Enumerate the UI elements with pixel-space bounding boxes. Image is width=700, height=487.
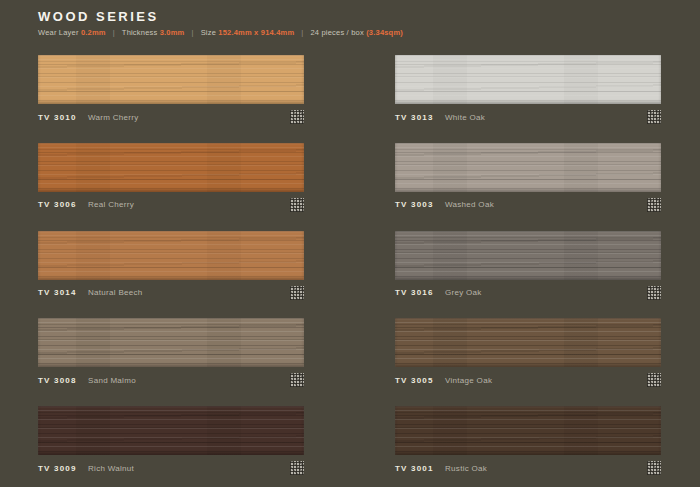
product-code: TV 3006: [38, 200, 88, 209]
spec-segment: Size 152.4mm x 914.4mm: [201, 28, 295, 37]
product-card: TV 3005 Vintage Oak: [395, 318, 661, 406]
page-header: WOOD SERIES Wear Layer 0.2mm|Thickness 3…: [38, 9, 403, 37]
product-card: TV 3014 Natural Beech: [38, 231, 304, 319]
product-card: TV 3009 Rich Walnut: [38, 406, 304, 487]
product-meta: TV 3008 Sand Malmo: [38, 373, 304, 387]
product-name: Warm Cherry: [88, 113, 139, 122]
product-name: White Oak: [445, 113, 485, 122]
wood-grain-texture: [38, 143, 304, 192]
product-code: TV 3003: [395, 200, 445, 209]
wood-grain-texture: [395, 318, 661, 367]
qr-code-icon: [647, 373, 661, 387]
wood-swatch: [38, 55, 304, 104]
product-card: TV 3010 Warm Cherry: [38, 55, 304, 143]
product-code: TV 3010: [38, 113, 88, 122]
spec-label: Wear Layer: [38, 28, 81, 37]
product-code: TV 3014: [38, 288, 88, 297]
spec-separator: |: [113, 28, 115, 37]
wood-grain-texture: [38, 318, 304, 367]
spec-line: Wear Layer 0.2mm|Thickness 3.0mm|Size 15…: [38, 28, 403, 37]
product-meta: TV 3013 White Oak: [395, 110, 661, 124]
wood-swatch: [395, 318, 661, 367]
product-meta: TV 3016 Grey Oak: [395, 286, 661, 300]
page-title: WOOD SERIES: [38, 9, 403, 24]
product-name: Natural Beech: [88, 288, 143, 297]
product-name: Sand Malmo: [88, 376, 136, 385]
qr-code-icon: [647, 461, 661, 475]
product-code: TV 3001: [395, 464, 445, 473]
product-code: TV 3013: [395, 113, 445, 122]
spec-value: 152.4mm x 914.4mm: [218, 28, 294, 37]
spec-value: 3.0mm: [160, 28, 185, 37]
spec-separator: |: [301, 28, 303, 37]
spec-segment: Wear Layer 0.2mm: [38, 28, 106, 37]
wood-swatch: [395, 231, 661, 280]
spec-label: Size: [201, 28, 219, 37]
wood-grain-texture: [395, 55, 661, 104]
wood-swatch: [395, 143, 661, 192]
product-card: TV 3016 Grey Oak: [395, 231, 661, 319]
spec-label: Thickness: [122, 28, 160, 37]
qr-code-icon: [290, 286, 304, 300]
product-meta: TV 3010 Warm Cherry: [38, 110, 304, 124]
spec-segment: 24 pieces / box (3.34sqm): [310, 28, 403, 37]
product-meta: TV 3003 Washed Oak: [395, 198, 661, 212]
product-card: TV 3006 Real Cherry: [38, 143, 304, 231]
catalog-page: WOOD SERIES Wear Layer 0.2mm|Thickness 3…: [0, 0, 700, 487]
product-meta: TV 3005 Vintage Oak: [395, 373, 661, 387]
wood-swatch: [38, 406, 304, 455]
wood-swatch: [38, 318, 304, 367]
product-meta: TV 3006 Real Cherry: [38, 198, 304, 212]
wood-grain-texture: [395, 143, 661, 192]
qr-code-icon: [290, 198, 304, 212]
spec-label: 24 pieces / box: [310, 28, 366, 37]
product-column-right: TV 3013 White Oak TV 3003 Washed Oak TV …: [395, 55, 661, 487]
spec-segment: Thickness 3.0mm: [122, 28, 185, 37]
qr-code-icon: [290, 461, 304, 475]
wood-grain-texture: [38, 55, 304, 104]
product-meta: TV 3009 Rich Walnut: [38, 461, 304, 475]
product-card: TV 3008 Sand Malmo: [38, 318, 304, 406]
product-code: TV 3008: [38, 376, 88, 385]
qr-code-icon: [647, 110, 661, 124]
product-column-left: TV 3010 Warm Cherry TV 3006 Real Cherry …: [38, 55, 304, 487]
product-code: TV 3005: [395, 376, 445, 385]
product-code: TV 3009: [38, 464, 88, 473]
product-name: Rich Walnut: [88, 464, 134, 473]
wood-grain-texture: [38, 231, 304, 280]
qr-code-icon: [290, 110, 304, 124]
wood-grain-texture: [395, 406, 661, 455]
product-card: TV 3001 Rustic Oak: [395, 406, 661, 487]
product-card: TV 3003 Washed Oak: [395, 143, 661, 231]
wood-swatch: [38, 143, 304, 192]
product-meta: TV 3001 Rustic Oak: [395, 461, 661, 475]
wood-swatch: [395, 406, 661, 455]
product-name: Real Cherry: [88, 200, 134, 209]
wood-swatch: [38, 231, 304, 280]
product-meta: TV 3014 Natural Beech: [38, 286, 304, 300]
spec-separator: |: [191, 28, 193, 37]
qr-code-icon: [290, 373, 304, 387]
wood-grain-texture: [395, 231, 661, 280]
spec-value: (3.34sqm): [366, 28, 403, 37]
product-name: Washed Oak: [445, 200, 494, 209]
product-name: Grey Oak: [445, 288, 482, 297]
spec-value: 0.2mm: [81, 28, 106, 37]
wood-grain-texture: [38, 406, 304, 455]
qr-code-icon: [647, 198, 661, 212]
qr-code-icon: [647, 286, 661, 300]
wood-swatch: [395, 55, 661, 104]
product-code: TV 3016: [395, 288, 445, 297]
product-name: Rustic Oak: [445, 464, 487, 473]
product-name: Vintage Oak: [445, 376, 492, 385]
product-card: TV 3013 White Oak: [395, 55, 661, 143]
